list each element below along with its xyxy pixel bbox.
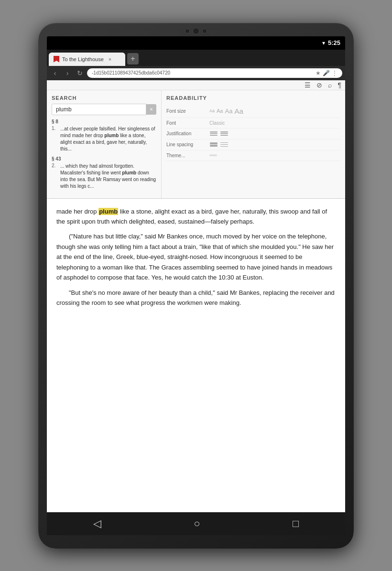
result-item-2[interactable]: 2. ... which they had almost forgotten. … [52,163,156,190]
menu-icon[interactable]: ☰ [305,81,311,89]
book-paragraph-2: ("Nature has but little clay," said Mr B… [56,231,336,282]
tab-close-button[interactable]: × [109,56,111,62]
url-text: -1d15b0211089437425dbda6c04720 [92,70,314,75]
result-text-1: ...at clever people falsified. Her singl… [60,126,156,152]
theme-row: Theme... [166,151,340,161]
overflow-menu-icon[interactable]: ⋮ [332,70,338,76]
font-label: Font [166,120,209,126]
tab-bookmark-icon [54,56,59,63]
bookmark-icon[interactable]: ⊘ [316,81,322,89]
search-clear-button[interactable]: × [146,104,156,115]
font-size-option-1[interactable]: Aa [209,108,215,113]
back-button[interactable]: ‹ [50,68,60,78]
camera-dot-small2 [202,29,207,33]
readability-panel: READABILITY Font size Aa Aa Aa Aa Font C… [162,90,345,198]
time-display: 5:25 [328,39,340,46]
section-heading-2: § 43 [52,156,156,162]
search-icon[interactable]: ⌕ [328,81,332,89]
camera-lens [193,28,199,34]
theme-button[interactable] [209,154,217,156]
camera-area [185,28,207,34]
result-item-1[interactable]: 1. ...at clever people falsified. Her si… [52,126,156,152]
font-size-row: Font size Aa Aa Aa Aa [166,105,340,118]
tab-title: To the Lighthouse [62,56,104,62]
line-spacing-label: Line spacing [166,142,209,147]
book-text-area: made her drop plumb like a stone, alight… [47,199,345,512]
content-area: SEARCH × § 8 1. ...at clever people fals… [47,90,345,512]
section-heading-1: § 8 [52,119,156,124]
refresh-button[interactable]: ↻ [75,68,85,78]
browser-tab[interactable]: To the Lighthouse × [49,53,125,66]
panel-area: SEARCH × § 8 1. ...at clever people fals… [47,90,345,199]
home-nav-button[interactable]: ○ [194,517,200,530]
font-size-options: Aa Aa Aa Aa [209,107,243,115]
book-paragraph-3: "But she's no more aware of her beauty t… [56,288,336,308]
line-spacing-row: Line spacing [166,140,340,151]
search-label: SEARCH [52,95,156,101]
address-bar: ‹ › ↻ -1d15b0211089437425dbda6c04720 ★ 🎤… [47,66,345,80]
tab-bar: To the Lighthouse × + [47,50,345,66]
justification-row: Justification [166,129,340,140]
status-bar: ▾ 5:25 [47,36,345,50]
browser-toolbar: ☰ ⊘ ⌕ ¶ [47,80,345,90]
book-paragraph-1: made her drop plumb like a stone, alight… [56,206,336,227]
justification-options [209,131,229,137]
url-bar[interactable]: -1d15b0211089437425dbda6c04720 ★ 🎤 ⋮ [87,68,342,78]
font-value[interactable]: Classic [209,120,225,126]
star-icon[interactable]: ★ [316,70,321,76]
result-num-1: 1. [52,126,58,152]
justify-left-icon[interactable] [209,131,218,137]
font-size-option-3[interactable]: Aa [225,108,232,115]
camera-dot-small [185,29,190,33]
result-section-1: § 8 1. ...at clever people falsified. He… [52,119,156,152]
font-size-option-2[interactable]: Aa [217,108,223,114]
back-nav-button[interactable]: ◁ [93,517,101,530]
justify-full-icon[interactable] [220,131,229,137]
search-input-row: × [52,104,156,115]
highlight-plumb-main: plumb [98,208,118,215]
recent-apps-button[interactable]: □ [293,517,299,530]
font-size-option-4[interactable]: Aa [234,107,243,115]
highlight-plumb-2: plumb [122,170,136,175]
result-num-2: 2. [52,163,58,190]
font-size-label: Font size [166,108,209,114]
paragraph-icon[interactable]: ¶ [338,81,341,89]
result-section-2: § 43 2. ... which they had almost forgot… [52,156,156,190]
wifi-icon: ▾ [322,40,325,46]
font-row: Font Classic [166,118,340,129]
mic-icon[interactable]: 🎤 [323,70,330,76]
bottom-nav: ◁ ○ □ [47,512,345,535]
line-spacing-options [209,142,229,148]
forward-button[interactable]: › [62,68,73,78]
tablet-screen: ▾ 5:25 To the Lighthouse × + ‹ › ↻ -1d15… [47,36,345,535]
new-tab-button[interactable]: + [127,53,139,65]
tablet-device: ▾ 5:25 To the Lighthouse × + ‹ › ↻ -1d15… [38,23,354,549]
search-panel: SEARCH × § 8 1. ...at clever people fals… [47,90,162,198]
browser-chrome: To the Lighthouse × + ‹ › ↻ -1d15b021108… [47,50,345,90]
search-results: § 8 1. ...at clever people falsified. He… [52,119,156,190]
theme-label: Theme... [166,153,209,158]
search-input[interactable] [52,104,146,115]
highlight-plumb-1: plumb [104,133,119,138]
line-spacing-loose-icon[interactable] [220,142,229,148]
justification-label: Justification [166,131,209,136]
line-spacing-compact-icon[interactable] [209,142,218,148]
readability-label: READABILITY [166,95,340,101]
result-text-2: ... which they had almost forgotten. Mac… [60,163,156,190]
